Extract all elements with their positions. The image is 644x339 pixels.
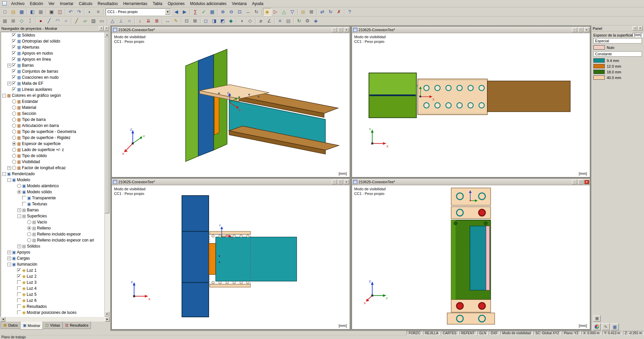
menu-archivo[interactable]: Archivo [8, 1, 27, 7]
tree-item-colores-en-el-gr-fico-seg-n[interactable]: -▩Colores en el gráfico según [1, 92, 104, 98]
tree-item-transparente[interactable]: ▣Transparente [1, 195, 104, 201]
checkbox[interactable]: ✓ [12, 45, 16, 49]
tree-item-tipo-de-s-lido[interactable]: ▩Tipo de sólido [1, 153, 104, 159]
checkbox[interactable]: ✓ [12, 39, 16, 43]
viewport-2-titlebar[interactable]: 210625-ConexionTee* − □ × [352, 26, 590, 33]
viewport-window-1[interactable]: 210625-ConexionTee* − □ × Modo de visibi… [111, 26, 350, 178]
status-toggle-gln[interactable]: GLN [477, 331, 488, 335]
tree-item-resultados[interactable]: ◉Resultados [1, 303, 104, 310]
tree-item-factor-de-longitud-eficaz[interactable]: +▩Factor de longitud eficaz [1, 165, 104, 171]
tree-item-conjuntos-de-barras[interactable]: ✓▦Conjuntos de barras [1, 68, 104, 74]
navigator-vscrollbar[interactable]: ▲ ▼ [104, 32, 109, 317]
tree-item-tipo-de-barra[interactable]: ▩Tipo de barra [1, 117, 104, 123]
background-layers-icon[interactable]: ▤ [284, 17, 292, 25]
radio[interactable] [12, 106, 16, 110]
collapse-icon[interactable]: - [2, 94, 6, 97]
checkbox[interactable] [17, 280, 21, 284]
checkbox[interactable]: ✓ [17, 274, 21, 278]
tree-item-malla-de-ef[interactable]: +✓▦Malla de EF [1, 80, 104, 86]
tree-item-superficies[interactable]: -▤Superficies [1, 213, 104, 219]
rotate-icon[interactable]: ↻ [326, 8, 335, 16]
shading-icon[interactable]: ◑ [237, 17, 246, 25]
checkbox[interactable] [17, 286, 21, 290]
status-coord-system[interactable]: SC: Global XYZ [533, 331, 561, 335]
status-toggle-cartes[interactable]: CARTES [441, 331, 458, 335]
viewport-3-canvas[interactable]: Modo de visibilidad CC1 : Peso propio [112, 185, 350, 329]
collapse-icon[interactable]: - [7, 263, 11, 266]
checkbox[interactable]: ✓ [12, 87, 16, 91]
radio[interactable] [17, 184, 21, 188]
checkbox[interactable] [17, 298, 21, 302]
scroll-left-icon[interactable]: ◀ [1, 317, 5, 322]
view-top-icon[interactable]: ◩ [218, 17, 227, 25]
viewport-1-drawing[interactable]: Z Y X Z Y X [112, 33, 350, 177]
edit-pencil-icon[interactable]: ✎ [602, 323, 610, 330]
check-model-icon[interactable]: ✓ [200, 8, 208, 16]
checkbox[interactable]: ✓ [12, 81, 16, 85]
navigator-titlebar[interactable]: Navegador de proyectos - Mostrar ▪ × [0, 25, 110, 31]
wireframe-icon[interactable]: ◇ [246, 17, 254, 25]
pan-icon[interactable]: ↔ [244, 8, 252, 16]
status-toggle-rejilla[interactable]: REJILLA [423, 331, 440, 335]
surface-load-icon[interactable]: ≣ [153, 17, 161, 25]
load-case-combo[interactable]: CC1 - Peso propio▾ [106, 8, 171, 15]
pin-icon[interactable]: ▪ [99, 26, 104, 30]
close-icon[interactable]: × [584, 27, 589, 32]
select-window-icon[interactable]: ⊡ [182, 17, 191, 25]
checkbox[interactable] [17, 304, 21, 309]
panel-options-icon[interactable]: ▦ [593, 315, 601, 322]
tree-item-s-lidos[interactable]: ✓▦Sólidos [1, 32, 104, 38]
checkbox[interactable]: ✓ [12, 33, 16, 37]
solid-icon[interactable]: ▧ [89, 17, 98, 25]
viewport-4-canvas[interactable]: Modo de visibilidad CC1 : Peso propio [352, 185, 590, 329]
view-side-icon[interactable]: ◨ [210, 17, 218, 25]
menu-edici-n[interactable]: Edición [27, 1, 46, 7]
view-in-x-icon[interactable]: ▷ [271, 8, 280, 16]
status-toggle-dxf[interactable]: DXF [489, 331, 499, 335]
menu-insertar[interactable]: Insertar [57, 1, 76, 7]
expand-icon[interactable]: + [17, 208, 21, 212]
radio[interactable] [27, 238, 31, 242]
tree-item-apoyos[interactable]: +▣Apoyos [1, 249, 104, 255]
restore-icon[interactable]: □ [578, 180, 583, 184]
radio[interactable] [12, 148, 16, 152]
nodal-support-icon[interactable]: △ [108, 17, 117, 25]
restore-icon[interactable]: □ [338, 180, 343, 184]
zoom-out-icon[interactable]: ⊖ [227, 8, 235, 16]
minimize-icon[interactable]: − [572, 27, 577, 32]
help-icon[interactable]: ? [345, 8, 354, 16]
tree-item-articulaci-n-en-barra[interactable]: ▩Articulación en barra [1, 123, 104, 129]
surface-icon[interactable]: ▱ [81, 17, 89, 25]
expand-icon[interactable]: + [7, 251, 11, 254]
legend-unit[interactable]: [mm] [633, 33, 643, 37]
checkbox[interactable]: ✓ [12, 75, 16, 79]
print-preview-icon[interactable]: ◫ [56, 8, 64, 16]
print-icon[interactable]: ▣ [47, 8, 56, 16]
status-toggle-refent[interactable]: REFENT [459, 331, 477, 335]
tree-item-barras[interactable]: +▤Barras [1, 207, 104, 213]
menu-resultados[interactable]: Resultados [95, 1, 120, 7]
node-icon[interactable]: ● [37, 17, 45, 25]
tree-item-cargas[interactable]: +▣Cargas [1, 255, 104, 261]
perspective-icon[interactable]: ◆ [227, 17, 235, 25]
checkbox[interactable]: ✓ [12, 57, 16, 61]
radio[interactable] [27, 226, 31, 230]
tree-item-visibilidad[interactable]: ▩Visibilidad [1, 159, 104, 165]
tree-item-aberturas[interactable]: ✓▦Aberturas [1, 44, 104, 50]
tree-item-luz-2[interactable]: ✓◉Luz 2 [1, 273, 104, 279]
collapse-icon[interactable]: - [7, 178, 11, 182]
expand-icon[interactable]: + [7, 257, 11, 260]
results-icon[interactable]: ▩ [208, 8, 216, 16]
select-icon[interactable]: ⊠ [307, 8, 316, 16]
tree-item-luz-1[interactable]: ✓◉Luz 1 [1, 267, 104, 273]
angle-icon[interactable]: ∠ [265, 17, 273, 25]
menu-c-lculo[interactable]: Cálculo [76, 1, 95, 7]
viewport-window-3[interactable]: 210625-ConexionTee* − □ × Modo de visibi… [111, 178, 350, 330]
tree-item-luz-4[interactable]: ◉Luz 4 [1, 285, 104, 291]
close-icon[interactable]: × [344, 27, 349, 32]
minimize-icon[interactable]: − [332, 180, 337, 184]
checkbox[interactable] [17, 311, 21, 315]
checkbox[interactable]: ✓ [12, 63, 16, 67]
arc-icon[interactable]: ◠ [53, 17, 62, 25]
line-support-icon[interactable]: ⊥ [117, 17, 125, 25]
